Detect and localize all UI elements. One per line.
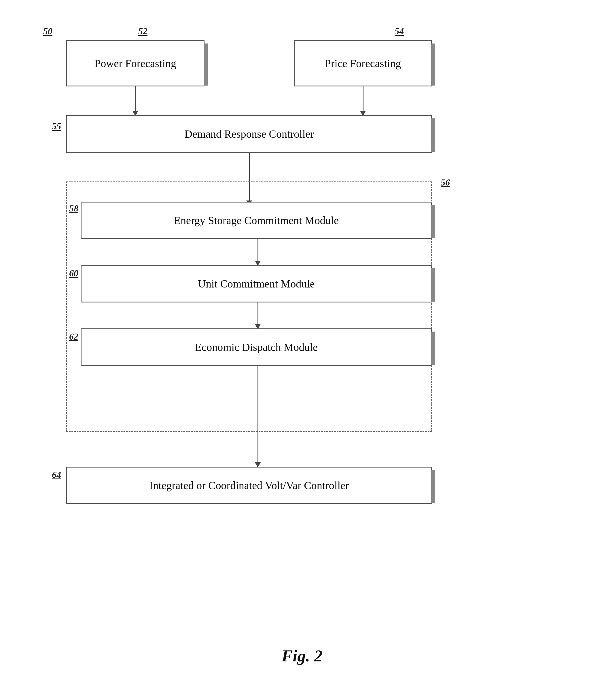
integrated-controller-label: Integrated or Coordinated Volt/Var Contr… <box>150 479 349 492</box>
ref-60: 60 <box>69 268 78 279</box>
ref-58: 58 <box>69 203 78 214</box>
power-forecasting-box: Power Forecasting <box>66 40 204 86</box>
ref-52: 52 <box>138 26 148 36</box>
unit-commitment-label: Unit Commitment Module <box>198 277 314 290</box>
power-forecasting-label: Power Forecasting <box>95 57 176 70</box>
economic-dispatch-label: Economic Dispatch Module <box>195 341 318 353</box>
price-forecasting-label: Price Forecasting <box>325 57 401 70</box>
ref-55: 55 <box>52 121 61 132</box>
ref-62: 62 <box>69 331 78 342</box>
arrow-energy-to-unit <box>257 239 258 261</box>
economic-dispatch-box: Economic Dispatch Module <box>81 328 432 366</box>
arrow-economic-to-integrated <box>257 366 258 463</box>
arrow-power-to-demand <box>135 86 136 112</box>
arrow-price-to-demand <box>362 86 363 112</box>
ref-56: 56 <box>441 177 450 188</box>
demand-response-label: Demand Response Controller <box>184 128 314 140</box>
diagram: 50 52 54 Power Forecasting Price Forecas… <box>43 17 562 651</box>
unit-commitment-box: Unit Commitment Module <box>81 265 432 302</box>
arrow-unit-to-economic <box>257 302 258 325</box>
demand-response-box: Demand Response Controller <box>66 115 432 153</box>
energy-storage-label: Energy Storage Commitment Module <box>174 214 339 227</box>
ref-54: 54 <box>395 26 404 36</box>
energy-storage-box: Energy Storage Commitment Module <box>81 202 432 239</box>
integrated-controller-box: Integrated or Coordinated Volt/Var Contr… <box>66 467 432 504</box>
ref-50: 50 <box>43 26 52 36</box>
figure-caption: Fig. 2 <box>282 646 323 666</box>
ref-64: 64 <box>52 470 61 480</box>
price-forecasting-box: Price Forecasting <box>294 40 432 86</box>
